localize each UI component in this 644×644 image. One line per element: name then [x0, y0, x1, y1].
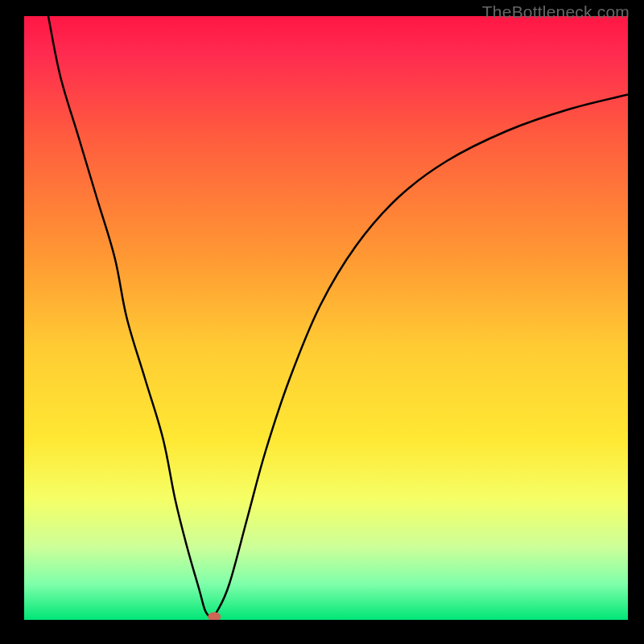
- watermark-text: TheBottleneck.com: [482, 2, 630, 22]
- chart-container: [24, 16, 628, 620]
- chart-background: [24, 16, 628, 620]
- bottleneck-chart: [24, 16, 628, 620]
